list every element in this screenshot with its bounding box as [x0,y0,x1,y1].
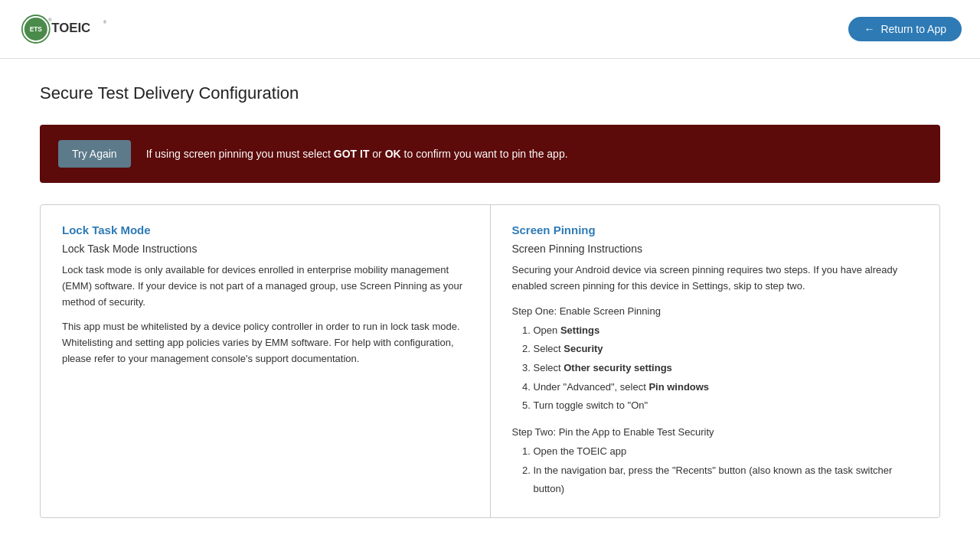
lock-task-mode-para2: This app must be whitelisted by a device… [62,319,469,367]
screen-pinning-title: Screen Pinning [512,223,919,236]
security-bold: Security [564,343,603,354]
other-security-bold: Other security settings [564,362,672,373]
header: ETS ® TOEIC ® ← Return to App [0,0,980,59]
svg-text:TOEIC: TOEIC [51,21,90,35]
lock-task-mode-para1: Lock task mode is only available for dev… [62,262,469,310]
alert-ok: OK [385,148,401,160]
logo-area: ETS ® TOEIC ® [18,6,110,52]
list-item: Under "Advanced", select Pin windows [534,378,919,397]
list-item: Select Security [534,340,919,359]
ets-toeic-logo: ETS ® TOEIC ® [18,6,110,52]
alert-got-it: GOT IT [334,148,370,160]
main-content: Secure Test Delivery Configuration Try A… [0,59,980,543]
list-item: Open Settings [534,321,919,341]
alert-message: If using screen pinning you must select … [146,146,568,162]
svg-text:®: ® [103,20,106,24]
return-to-app-button[interactable]: ← Return to App [848,17,962,41]
two-col-section: Lock Task Mode Lock Task Mode Instructio… [40,204,940,518]
pin-windows-bold: Pin windows [648,381,709,393]
step-one-heading: Step One: Enable Screen Pinning [512,305,919,317]
screen-pinning-subtitle: Screen Pinning Instructions [512,243,919,255]
arrow-left-icon: ← [864,23,874,35]
step-one-list: Open Settings Select Security Select Oth… [512,321,919,416]
list-item: In the navigation bar, press the "Recent… [534,461,919,499]
try-again-button[interactable]: Try Again [58,140,131,168]
lock-task-mode-subtitle: Lock Task Mode Instructions [62,243,469,255]
settings-bold: Settings [560,324,599,336]
alert-box: Try Again If using screen pinning you mu… [40,125,940,183]
alert-or: or [369,148,384,160]
page-title: Secure Test Delivery Configuration [40,83,940,103]
return-to-app-label: Return to App [880,23,946,35]
svg-text:ETS: ETS [30,25,43,33]
list-item: Select Other security settings [534,359,919,378]
step-two-heading: Step Two: Pin the App to Enable Test Sec… [512,426,919,438]
lock-task-mode-column: Lock Task Mode Lock Task Mode Instructio… [41,205,491,517]
list-item: Turn toggle switch to "On" [534,396,919,416]
step-two-list: Open the TOEIC app In the navigation bar… [512,442,919,499]
screen-pinning-column: Screen Pinning Screen Pinning Instructio… [491,205,940,517]
alert-text-pre: If using screen pinning you must select [146,148,334,160]
alert-text-post: to confirm you want to pin the app. [401,148,568,160]
list-item: Open the TOEIC app [534,442,919,461]
screen-pinning-intro: Securing your Android device via screen … [512,262,919,295]
lock-task-mode-title: Lock Task Mode [62,223,469,236]
